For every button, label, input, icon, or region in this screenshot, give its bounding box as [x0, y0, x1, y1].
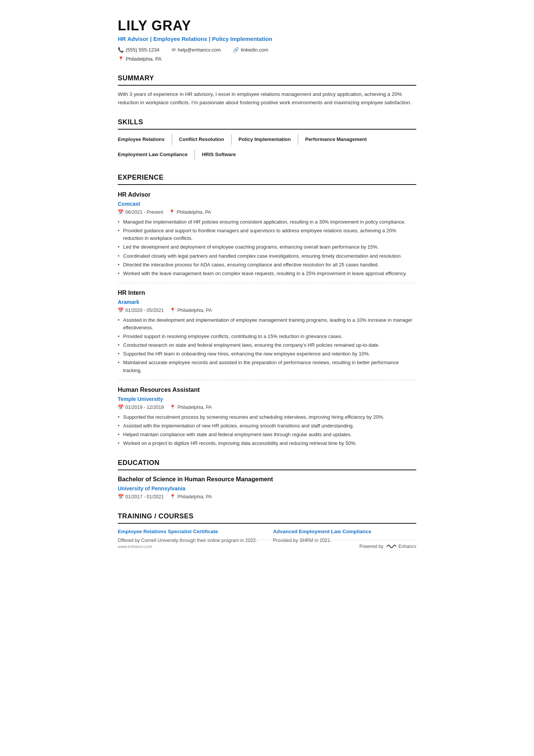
- edu-item-1: Bachelor of Science in Human Resource Ma…: [118, 475, 416, 501]
- job-1-location: 📍 Philadelphia, PA: [169, 209, 211, 216]
- job-1-bullet-1: Managed the implementation of HR policie…: [118, 218, 416, 226]
- job-3-bullet-1: Supported the recruitment process by scr…: [118, 413, 416, 421]
- job-3-title: Human Resources Assistant: [118, 385, 416, 394]
- calendar-icon-1: 📅: [118, 209, 124, 216]
- edu-location: 📍 Philadelphia, PA: [170, 493, 212, 501]
- exp-divider-2: [118, 380, 416, 380]
- skills-section-title: SKILLS: [118, 117, 416, 130]
- linkedin-contact: 🔗 linkedin.com: [233, 46, 268, 54]
- linkedin-icon: 🔗: [233, 46, 239, 54]
- job-2-bullet-2: Provided support in resolving employee c…: [118, 333, 416, 340]
- job-2-bullet-3: Conducted research on state and federal …: [118, 341, 416, 349]
- skill-employment-law: Employment Law Compliance: [118, 149, 195, 160]
- calendar-icon-3: 📅: [118, 404, 124, 411]
- location-row: 📍 Philadelphia, PA: [118, 55, 416, 63]
- header-section: LILY GRAY HR Advisor | Employee Relation…: [118, 18, 416, 63]
- phone-number: (555) 555-1234: [126, 46, 159, 54]
- job-1-bullet-4: Coordinated closely with legal partners …: [118, 252, 416, 260]
- candidate-title: HR Advisor | Employee Relations | Policy…: [118, 35, 416, 44]
- linkedin-url: linkedin.com: [241, 46, 268, 54]
- job-2-location: 📍 Philadelphia, PA: [170, 307, 212, 314]
- location-text: Philadelphia, PA: [126, 55, 161, 63]
- footer: www.enhancv.com Powered by Enhancv: [118, 540, 416, 550]
- skills-row-2: Employment Law Compliance HRIS Software: [118, 149, 416, 162]
- skill-hris: HRIS Software: [202, 149, 243, 160]
- footer-website: www.enhancv.com: [118, 543, 152, 550]
- summary-text: With 3 years of experience in HR advisor…: [118, 90, 416, 106]
- experience-section-title: EXPERIENCE: [118, 172, 416, 185]
- skill-performance-management: Performance Management: [305, 134, 374, 145]
- job-1: HR Advisor Comcast 📅 06/2021 - Present 📍…: [118, 190, 416, 277]
- job-3-bullet-2: Assisted with the implementation of new …: [118, 422, 416, 430]
- job-2-meta: 📅 01/2020 - 05/2021 📍 Philadelphia, PA: [118, 307, 416, 314]
- job-2-title: HR Intern: [118, 288, 416, 297]
- contact-row: 📞 (555) 555-1234 ✉ help@enhancv.com 🔗 li…: [118, 46, 416, 54]
- exp-divider-1: [118, 283, 416, 283]
- education-section: EDUCATION Bachelor of Science in Human R…: [118, 458, 416, 501]
- candidate-name: LILY GRAY: [118, 18, 416, 33]
- job-3-location: 📍 Philadelphia, PA: [170, 404, 212, 411]
- job-2-bullet-1: Assisted in the development and implemen…: [118, 316, 416, 332]
- job-1-bullet-3: Led the development and deployment of em…: [118, 243, 416, 251]
- job-1-bullet-2: Provided guidance and support to frontli…: [118, 227, 416, 242]
- job-2-bullet-5: Maintained accurate employee records and…: [118, 359, 416, 374]
- job-3-bullet-4: Worked on a project to digitize HR recor…: [118, 440, 416, 447]
- edu-meta: 📅 01/2017 - 01/2021 📍 Philadelphia, PA: [118, 493, 416, 501]
- summary-section-title: SUMMARY: [118, 73, 416, 86]
- job-1-bullet-6: Worked with the leave management team on…: [118, 270, 416, 277]
- calendar-icon-2: 📅: [118, 307, 124, 314]
- brand-name: Enhancv: [398, 543, 416, 550]
- job-2-bullets: Assisted in the development and implemen…: [118, 316, 416, 374]
- job-1-title: HR Advisor: [118, 190, 416, 199]
- edu-dates: 📅 01/2017 - 01/2021: [118, 493, 164, 501]
- training-section-title: TRAINING / COURSES: [118, 511, 416, 524]
- email-address: help@enhancv.com: [178, 46, 221, 54]
- skills-row-1: Employee Relations Conflict Resolution P…: [118, 134, 416, 147]
- training-1-title: Employee Relations Specialist Certificat…: [118, 528, 261, 535]
- skills-section: SKILLS Employee Relations Conflict Resol…: [118, 117, 416, 162]
- location-icon-1: 📍: [169, 209, 175, 216]
- phone-icon: 📞: [118, 46, 124, 54]
- skill-employee-relations: Employee Relations: [118, 134, 172, 145]
- calendar-icon-edu: 📅: [118, 493, 124, 501]
- job-2-bullet-4: Supported the HR team in onboarding new …: [118, 350, 416, 358]
- job-3-meta: 📅 01/2019 - 12/2019 📍 Philadelphia, PA: [118, 404, 416, 411]
- email-contact: ✉ help@enhancv.com: [172, 46, 221, 54]
- experience-section: EXPERIENCE HR Advisor Comcast 📅 06/2021 …: [118, 172, 416, 447]
- job-3: Human Resources Assistant Temple Univers…: [118, 385, 416, 447]
- job-1-bullets: Managed the implementation of HR policie…: [118, 218, 416, 277]
- training-section: TRAINING / COURSES Employee Relations Sp…: [118, 511, 416, 544]
- edu-school: University of Pennsylvania: [118, 485, 416, 493]
- education-section-title: EDUCATION: [118, 458, 416, 470]
- phone-contact: 📞 (555) 555-1234: [118, 46, 159, 54]
- edu-degree: Bachelor of Science in Human Resource Ma…: [118, 475, 416, 484]
- location-icon-3: 📍: [170, 404, 176, 411]
- enhancv-brand-icon: [386, 543, 396, 550]
- summary-section: SUMMARY With 3 years of experience in HR…: [118, 73, 416, 106]
- email-icon: ✉: [172, 46, 176, 54]
- job-1-dates: 📅 06/2021 - Present: [118, 209, 163, 216]
- skill-conflict-resolution: Conflict Resolution: [179, 134, 232, 145]
- job-2-dates: 📅 01/2020 - 05/2021: [118, 307, 164, 314]
- job-3-dates: 📅 01/2019 - 12/2019: [118, 404, 164, 411]
- location-pin-icon: 📍: [118, 55, 124, 63]
- skill-policy-implementation: Policy Implementation: [239, 134, 298, 145]
- job-2: HR Intern Aramark 📅 01/2020 - 05/2021 📍 …: [118, 288, 416, 374]
- job-1-company: Comcast: [118, 200, 416, 208]
- job-1-meta: 📅 06/2021 - Present 📍 Philadelphia, PA: [118, 209, 416, 216]
- job-3-company: Temple University: [118, 395, 416, 403]
- job-2-company: Aramark: [118, 298, 416, 306]
- training-2-title: Advanced Employment Law Compliance: [273, 528, 416, 535]
- job-3-bullet-3: Helped maintain compliance with state an…: [118, 431, 416, 438]
- job-1-bullet-5: Directed the interactive process for ADA…: [118, 261, 416, 269]
- location-icon-2: 📍: [170, 307, 176, 314]
- job-3-bullets: Supported the recruitment process by scr…: [118, 413, 416, 448]
- resume-page: LILY GRAY HR Advisor | Employee Relation…: [97, 0, 437, 559]
- location-icon-edu: 📍: [170, 493, 176, 501]
- enhancv-logo: Powered by Enhancv: [359, 543, 416, 550]
- powered-by-text: Powered by: [359, 543, 383, 550]
